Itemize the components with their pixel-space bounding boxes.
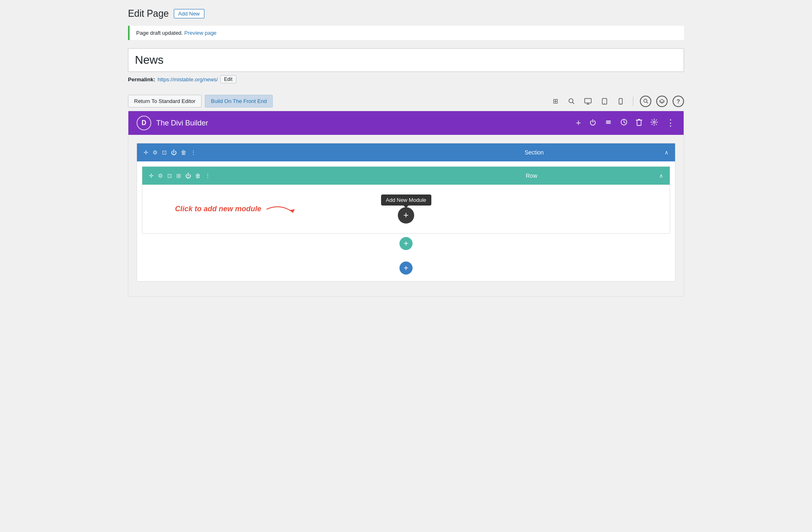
row-duplicate-icon[interactable]: ⊡ bbox=[167, 172, 172, 179]
title-area bbox=[128, 48, 684, 72]
search-circle-icon[interactable] bbox=[640, 96, 651, 107]
permalink-label: Permalink: bbox=[128, 76, 155, 83]
permalink-edit-button[interactable]: Edit bbox=[220, 75, 236, 83]
page-title: Edit Page bbox=[128, 8, 169, 19]
row-power-icon[interactable]: ⏻ bbox=[185, 172, 191, 179]
divi-logo: D bbox=[137, 116, 151, 130]
grid-icon[interactable]: ⊞ bbox=[550, 96, 561, 107]
svg-rect-2 bbox=[585, 98, 591, 103]
preview-page-link[interactable]: Preview page bbox=[184, 30, 217, 36]
section-settings-icon[interactable]: ⚙ bbox=[153, 149, 158, 156]
section-collapse-icon[interactable]: ∧ bbox=[664, 149, 668, 156]
row-more-icon[interactable]: ⋮ bbox=[205, 172, 211, 179]
notice-bar: Page draft updated. Preview page bbox=[128, 26, 684, 40]
divi-history-icon[interactable] bbox=[620, 118, 628, 128]
divi-trash-icon[interactable] bbox=[636, 118, 642, 128]
row-container: ✛ ⚙ ⊡ ⊞ ⏻ 🗑 ⋮ Row ∧ bbox=[142, 166, 670, 234]
add-module-tooltip: Add New Module bbox=[381, 194, 431, 206]
add-new-module-button[interactable]: + bbox=[398, 207, 414, 224]
divi-power-icon[interactable] bbox=[589, 118, 597, 128]
layers-icon[interactable] bbox=[656, 96, 668, 107]
add-module-container: Add New Module + bbox=[381, 194, 431, 224]
tablet-icon[interactable] bbox=[599, 96, 610, 107]
add-section-container: + bbox=[137, 262, 675, 281]
row-wrapper: ✛ ⚙ ⊡ ⊞ ⏻ 🗑 ⋮ Row ∧ bbox=[137, 161, 675, 262]
section-header: ✛ ⚙ ⊡ ⏻ 🗑 ⋮ Section ∧ bbox=[137, 143, 675, 161]
help-icon[interactable]: ? bbox=[673, 96, 684, 107]
row-label: Row bbox=[404, 172, 659, 179]
annotation: Click to add new module bbox=[175, 201, 297, 217]
row-columns-icon[interactable]: ⊞ bbox=[176, 172, 181, 179]
annotation-text: Click to add new module bbox=[175, 205, 261, 213]
annotation-arrow-icon bbox=[265, 201, 297, 217]
search-icon[interactable] bbox=[566, 96, 577, 107]
section-container: ✛ ⚙ ⊡ ⏻ 🗑 ⋮ Section ∧ bbox=[137, 143, 675, 282]
row-collapse-icon[interactable]: ∧ bbox=[659, 172, 663, 179]
divi-add-icon[interactable]: + bbox=[576, 118, 581, 128]
return-to-standard-editor-button[interactable]: Return To Standard Editor bbox=[128, 95, 202, 107]
section-duplicate-icon[interactable]: ⊡ bbox=[162, 149, 167, 156]
add-row-button[interactable]: + bbox=[399, 237, 413, 250]
divi-sort-icon[interactable] bbox=[605, 118, 612, 128]
row-move-icon[interactable]: ✛ bbox=[149, 172, 154, 179]
section-move-icon[interactable]: ✛ bbox=[144, 149, 148, 156]
builder-toolbar: Return To Standard Editor Build On The F… bbox=[128, 92, 684, 111]
section-power-icon[interactable]: ⏻ bbox=[171, 149, 177, 156]
notice-text: Page draft updated. bbox=[136, 30, 183, 36]
row-trash-icon[interactable]: 🗑 bbox=[195, 172, 201, 179]
divi-settings-icon[interactable] bbox=[650, 118, 658, 128]
section-trash-icon[interactable]: 🗑 bbox=[181, 149, 186, 156]
permalink-link[interactable]: https://mistable.org/news/ bbox=[157, 76, 218, 83]
divi-builder: D The Divi Builder + bbox=[128, 111, 684, 297]
page-title-input[interactable] bbox=[135, 54, 677, 67]
svg-point-8 bbox=[620, 103, 621, 103]
mobile-icon[interactable] bbox=[615, 96, 626, 107]
svg-line-10 bbox=[646, 102, 648, 103]
build-on-frontend-button[interactable]: Build On The Front End bbox=[205, 95, 273, 107]
section-label: Section bbox=[404, 149, 664, 156]
divi-builder-header: D The Divi Builder + bbox=[128, 111, 684, 135]
add-row-btn-container: + bbox=[142, 234, 670, 257]
section-more-icon[interactable]: ⋮ bbox=[191, 149, 196, 156]
builder-content: ✛ ⚙ ⊡ ⏻ 🗑 ⋮ Section ∧ bbox=[128, 135, 684, 296]
divi-builder-title: The Divi Builder bbox=[156, 119, 576, 127]
row-settings-icon[interactable]: ⚙ bbox=[158, 172, 163, 179]
svg-line-1 bbox=[573, 102, 574, 104]
desktop-icon[interactable] bbox=[582, 96, 594, 107]
svg-point-6 bbox=[604, 103, 605, 104]
module-area: Click to add new module Add New Module + bbox=[142, 185, 670, 233]
toolbar-divider bbox=[633, 96, 633, 106]
permalink-row: Permalink: https://mistable.org/news/ Ed… bbox=[128, 75, 684, 83]
divi-more-icon[interactable]: ⋮ bbox=[666, 118, 675, 128]
svg-point-18 bbox=[653, 121, 655, 123]
add-section-button[interactable]: + bbox=[399, 262, 413, 275]
row-header: ✛ ⚙ ⊡ ⊞ ⏻ 🗑 ⋮ Row ∧ bbox=[142, 167, 670, 185]
add-new-button[interactable]: Add New bbox=[174, 9, 204, 18]
